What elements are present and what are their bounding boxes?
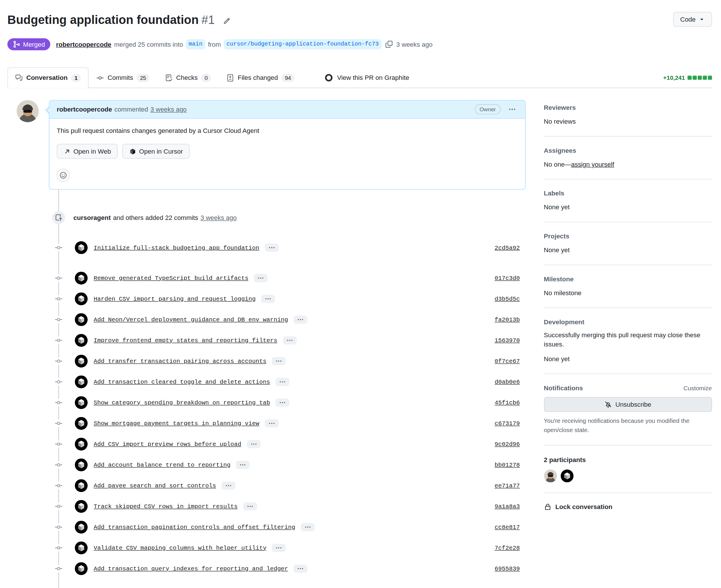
commit-expand-button[interactable] [236, 461, 250, 469]
commit-author-avatar[interactable] [75, 241, 88, 254]
commit-sha-link[interactable]: 017c3d0 [487, 275, 520, 281]
participant-avatar-robertcoopercode[interactable] [544, 469, 557, 483]
commit-message-link[interactable]: Add Neon/Vercel deployment guidance and … [94, 316, 288, 323]
commit-author-avatar[interactable] [75, 313, 88, 326]
author-link[interactable]: robertcoopercode [56, 41, 111, 48]
commit-expand-button[interactable] [276, 378, 290, 386]
cursoragent-avatar [75, 313, 88, 326]
commit-message-link[interactable]: Add payee search and sort controls [94, 482, 216, 489]
commit-message-link[interactable]: Add transaction pagination controls and … [94, 524, 295, 531]
commit-message-link[interactable]: Add account balance trend to reporting [94, 461, 230, 468]
commit-sha-link[interactable]: ee71a77 [487, 482, 520, 489]
open-in-web-button[interactable]: Open in Web [57, 144, 118, 159]
code-button[interactable]: Code [673, 12, 712, 27]
commit-message-link[interactable]: Add CSV import preview rows before uploa… [94, 441, 241, 448]
commit-author-avatar[interactable] [75, 438, 88, 450]
commit-author-avatar[interactable] [75, 541, 88, 554]
comment-author-name[interactable]: robertcoopercode [57, 105, 112, 113]
commit-sha-link[interactable]: fa2013b [487, 316, 520, 323]
commit-author-avatar[interactable] [75, 562, 88, 575]
commit-author-avatar[interactable] [75, 500, 88, 513]
reviewers-settings-button[interactable] [704, 104, 712, 111]
commit-expand-button[interactable] [301, 523, 315, 531]
commit-expand-button[interactable] [276, 398, 290, 407]
commit-author-avatar[interactable] [75, 272, 88, 285]
lock-conversation-button[interactable]: Lock conversation [544, 503, 613, 511]
commit-expand-button[interactable] [294, 564, 307, 573]
commit-sha-link[interactable]: d0ab0e6 [487, 378, 520, 385]
comment-timestamp-link[interactable]: 3 weeks ago [150, 105, 187, 113]
tab-files-changed[interactable]: Files changed 94 [219, 67, 302, 88]
commit-author-avatar[interactable] [75, 479, 88, 492]
copy-branch-button[interactable] [384, 40, 393, 49]
graphite-link[interactable]: View this PR on Graphite [324, 73, 409, 82]
labels-settings-button[interactable] [704, 190, 712, 197]
assign-yourself-link[interactable]: assign yourself [571, 161, 614, 168]
commit-message-link[interactable]: Harden CSV import parsing and request lo… [94, 295, 256, 302]
event-author[interactable]: cursoragent [73, 214, 110, 222]
milestone-settings-button[interactable] [704, 275, 712, 283]
commit-sha-link[interactable]: 2cd5a92 [487, 244, 520, 251]
commit-author-avatar[interactable] [75, 292, 88, 305]
commit-author-avatar[interactable] [75, 375, 88, 388]
assignees-settings-button[interactable] [704, 147, 712, 154]
commit-expand-button[interactable] [272, 544, 286, 552]
unsubscribe-button[interactable]: Unsubscribe [544, 397, 712, 412]
commit-expand-button[interactable] [254, 274, 268, 282]
commit-expand-button[interactable] [222, 481, 235, 490]
commit-message-link[interactable]: Remove generated TypeScript build artifa… [94, 275, 249, 281]
participant-avatar-cursoragent[interactable] [560, 469, 573, 483]
commit-expand-button[interactable] [261, 295, 275, 303]
open-in-cursor-button[interactable]: Open in Cursor [123, 144, 190, 159]
customize-link[interactable]: Customize [683, 384, 712, 392]
commit-sha-link[interactable]: 7cf2e28 [487, 545, 520, 551]
add-reaction-button[interactable] [57, 169, 70, 182]
commit-sha-link[interactable]: 9c02d96 [487, 441, 520, 448]
commit-message-link[interactable]: Track skipped CSV rows in import results [94, 503, 238, 510]
commit-message-link[interactable]: Add transaction query indexes for report… [94, 565, 288, 572]
tab-commits[interactable]: Commits 25 [88, 67, 157, 88]
tab-conversation[interactable]: Conversation 1 [7, 67, 89, 88]
commit-sha-link[interactable]: d3b5d5c [487, 295, 520, 302]
commit-message-link[interactable]: Add transaction cleared toggle and delet… [94, 378, 270, 385]
tab-checks[interactable]: Checks 0 [157, 67, 219, 88]
commit-expand-button[interactable] [294, 315, 307, 324]
commit-expand-button[interactable] [247, 440, 261, 448]
comment-body-text: This pull request contains changes gener… [57, 126, 518, 136]
commit-sha-link[interactable]: 6955839 [487, 565, 520, 572]
base-branch-chip[interactable]: main [186, 39, 205, 49]
commit-author-avatar[interactable] [75, 396, 88, 409]
commit-message-link[interactable]: Improve frontend empty states and report… [94, 337, 277, 344]
comment-author-avatar[interactable] [17, 100, 39, 122]
event-timestamp-link[interactable]: 3 weeks ago [201, 214, 237, 222]
commit-sha-link[interactable]: c673179 [487, 420, 520, 427]
unsubscribe-label: Unsubscribe [615, 401, 652, 408]
kebab-horizontal-icon [297, 316, 304, 323]
development-settings-button[interactable] [704, 318, 712, 326]
commit-sha-link[interactable]: 45f1cb6 [487, 399, 520, 406]
commit-expand-button[interactable] [272, 357, 286, 365]
commit-author-avatar[interactable] [75, 521, 88, 533]
head-branch-chip[interactable]: cursor/budgeting-application-foundation-… [224, 39, 382, 49]
commit-author-avatar[interactable] [75, 355, 88, 368]
commit-author-avatar[interactable] [75, 458, 88, 471]
commit-expand-button[interactable] [265, 244, 279, 252]
commit-sha-link[interactable]: bb01278 [487, 461, 520, 468]
commit-author-avatar[interactable] [75, 417, 88, 430]
edit-title-button[interactable] [221, 16, 232, 26]
projects-settings-button[interactable] [704, 232, 712, 240]
commit-sha-link[interactable]: 1563970 [487, 337, 520, 344]
commit-expand-button[interactable] [265, 419, 279, 427]
commit-sha-link[interactable]: 0f7ce67 [487, 358, 520, 364]
commit-message-link[interactable]: Show mortgage payment targets in plannin… [94, 420, 259, 427]
commit-sha-link[interactable]: cc8e817 [487, 524, 520, 531]
commit-message-link[interactable]: Add transfer transaction pairing across … [94, 358, 267, 364]
commit-expand-button[interactable] [243, 502, 257, 510]
commit-message-link[interactable]: Show category spending breakdown on repo… [94, 399, 270, 406]
commit-message-link[interactable]: Validate CSV mapping columns with helper… [94, 545, 267, 551]
commit-author-avatar[interactable] [75, 334, 88, 347]
commit-sha-link[interactable]: 9a1a8a3 [487, 503, 520, 510]
commit-message-link[interactable]: Initialize full-stack budgeting app foun… [94, 244, 259, 251]
commit-expand-button[interactable] [283, 336, 297, 344]
comment-options-button[interactable] [507, 105, 517, 114]
